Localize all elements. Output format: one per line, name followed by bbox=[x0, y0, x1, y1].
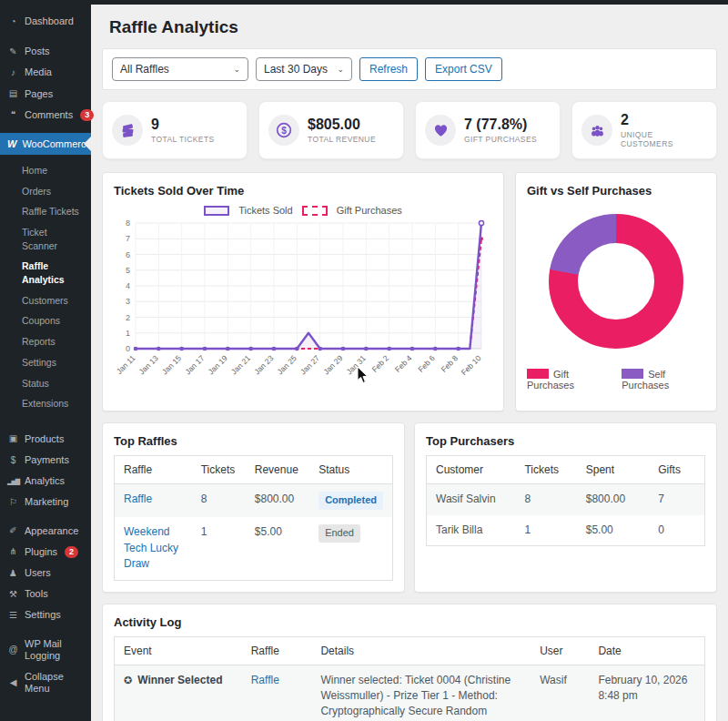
sidebar-item[interactable]: ◀ Collapse Menu bbox=[0, 666, 91, 699]
status-badge: Completed bbox=[318, 492, 383, 510]
sidebar-item[interactable]: ♪ Media bbox=[0, 62, 91, 83]
submenu-item[interactable]: Reports bbox=[0, 331, 91, 352]
sidebar-item[interactable]: ▤ Pages bbox=[0, 84, 91, 105]
svg-text:Jan 15: Jan 15 bbox=[160, 354, 183, 377]
submenu-item[interactable]: Raffle Tickets bbox=[0, 201, 91, 222]
submenu-item[interactable]: Settings bbox=[0, 352, 91, 373]
admin-top-bar bbox=[0, 0, 728, 5]
gift-vs-self-card: Gift vs Self Purchases Gift Purchases Se… bbox=[515, 172, 717, 411]
svg-text:4: 4 bbox=[126, 281, 130, 290]
pages-icon: ▤ bbox=[7, 88, 19, 99]
export-csv-button[interactable]: Export CSV bbox=[425, 57, 502, 81]
submenu-item[interactable]: Customers bbox=[0, 290, 91, 311]
column-header: Details bbox=[311, 636, 531, 665]
submenu-item[interactable]: Ticket Scanner bbox=[0, 222, 91, 256]
sidebar-item-label: Appearance bbox=[25, 525, 78, 537]
svg-text:Jan 31: Jan 31 bbox=[345, 354, 368, 377]
submenu-item-label: Orders bbox=[22, 186, 51, 197]
svg-text:8: 8 bbox=[126, 218, 130, 228]
customer-cell: Wasif Salvin bbox=[427, 484, 516, 515]
column-header: Tickets bbox=[192, 456, 246, 484]
svg-text:0: 0 bbox=[126, 344, 130, 353]
submenu-item[interactable]: Extensions bbox=[0, 393, 91, 414]
raffle-link[interactable]: Raffle bbox=[124, 493, 152, 505]
dollar-icon: $ bbox=[268, 115, 299, 146]
activity-log-card: Activity Log Event Raffle Details User D… bbox=[102, 604, 717, 721]
svg-text:2: 2 bbox=[126, 313, 130, 322]
mail-icon: @ bbox=[7, 645, 19, 655]
svg-text:Feb 10: Feb 10 bbox=[460, 354, 483, 378]
charts-row: Tickets Sold Over Time Tickets Sold Gift… bbox=[102, 172, 717, 411]
sidebar-item[interactable]: @ WP Mail Logging bbox=[0, 634, 91, 666]
sidebar-item[interactable]: ◔ Dashboard bbox=[0, 11, 91, 32]
count-badge: 2 bbox=[65, 546, 78, 558]
activity-log-table: Event Raffle Details User Date ✪Winner S… bbox=[114, 636, 705, 721]
sidebar-item-label: WP Mail Logging bbox=[25, 638, 84, 662]
stat-card-total-revenue: $ $805.00 TOTAL REVENUE bbox=[258, 101, 404, 159]
raffle-filter-select[interactable]: All Raffles ⌄ bbox=[112, 57, 248, 81]
submenu-item-label: Raffle Tickets bbox=[22, 206, 79, 217]
sidebar-bottom-group: @ WP Mail Logging ◀ Collapse Menu bbox=[0, 634, 91, 700]
submenu-item[interactable]: Coupons bbox=[0, 310, 91, 331]
sidebar-item[interactable]: ✎ Posts bbox=[0, 41, 91, 62]
chart-title: Gift vs Self Purchases bbox=[527, 184, 705, 198]
submenu-item-label: Coupons bbox=[22, 315, 60, 326]
stat-label: TOTAL TICKETS bbox=[151, 135, 215, 144]
sidebar-item[interactable]: ▂▅▇ Analytics bbox=[0, 471, 91, 492]
submenu-item[interactable]: Home bbox=[0, 160, 91, 181]
sidebar-item[interactable]: ⚐ Marketing bbox=[0, 492, 91, 513]
submenu-item[interactable]: Raffle Analytics bbox=[0, 256, 91, 289]
media-icon: ♪ bbox=[7, 67, 19, 78]
stat-label: UNIQUE CUSTOMERS bbox=[621, 130, 707, 148]
column-header: Raffle bbox=[242, 636, 312, 665]
stat-label: TOTAL REVENUE bbox=[308, 135, 376, 144]
sidebar-item-label: Products bbox=[25, 433, 64, 445]
column-header: Event bbox=[115, 636, 242, 665]
stat-card-gift-purchases: 7 (77.8%) GIFT PURCHASES bbox=[415, 101, 561, 159]
table-row: Tarik Billa 1 $5.00 0 bbox=[427, 515, 705, 546]
sidebar-item[interactable]: ⋔ Plugins 2 bbox=[0, 542, 91, 563]
chevron-down-icon: ⌄ bbox=[233, 65, 240, 74]
submenu-item-label: Settings bbox=[22, 357, 56, 368]
sidebar-item[interactable]: $ Payments bbox=[0, 450, 91, 471]
svg-text:Jan 23: Jan 23 bbox=[252, 354, 275, 377]
legend-label: Tickets Sold bbox=[238, 205, 293, 216]
tickets-cell: 8 bbox=[192, 484, 246, 517]
tickets-sold-line-chart: 012345678Jan 11Jan 13Jan 15Jan 17Jan 19J… bbox=[114, 218, 492, 400]
sidebar-item[interactable]: ☰ Settings bbox=[0, 604, 91, 625]
svg-text:Jan 17: Jan 17 bbox=[183, 354, 206, 377]
submenu-item-label: Home bbox=[22, 165, 47, 176]
status-badge: Ended bbox=[318, 524, 360, 543]
date-range-select[interactable]: Last 30 Days ⌄ bbox=[256, 57, 352, 81]
raffle-link[interactable]: Weekend Tech Lucky Draw bbox=[124, 525, 178, 570]
marketing-icon: ⚐ bbox=[7, 497, 19, 508]
svg-text:Jan 25: Jan 25 bbox=[276, 354, 298, 377]
user-cell: Wasif bbox=[531, 665, 589, 721]
raffle-link[interactable]: Raffle bbox=[251, 674, 279, 686]
sidebar-item[interactable]: ▣ Products bbox=[0, 429, 91, 450]
appearance-icon: ✐ bbox=[7, 525, 19, 536]
column-header: Revenue bbox=[246, 456, 309, 484]
stat-value: $805.00 bbox=[308, 117, 376, 133]
svg-text:6: 6 bbox=[126, 250, 130, 259]
sidebar-item[interactable]: ♟ Users bbox=[0, 563, 91, 584]
sidebar-item-label: Plugins bbox=[25, 546, 57, 558]
filter-bar: All Raffles ⌄ Last 30 Days ⌄ Refresh Exp… bbox=[102, 48, 717, 90]
submenu-item[interactable]: Status bbox=[0, 373, 91, 394]
donut-legend: Gift Purchases Self Purchases bbox=[527, 369, 705, 391]
heart-icon bbox=[425, 115, 456, 146]
submenu-item[interactable]: Orders bbox=[0, 181, 91, 202]
submenu-item-label: Reports bbox=[22, 336, 56, 347]
sidebar-item-woocommerce[interactable]: W WooCommerce bbox=[0, 133, 91, 155]
top-purchasers-table: Customer Tickets Spent Gifts Wasif Salvi… bbox=[426, 455, 705, 546]
svg-text:Feb 4: Feb 4 bbox=[393, 354, 414, 375]
stat-value: 2 bbox=[621, 112, 707, 128]
sidebar-item[interactable]: ✐ Appearance bbox=[0, 521, 91, 542]
column-header: Spent bbox=[577, 456, 650, 484]
stat-value: 9 bbox=[151, 117, 215, 133]
refresh-button[interactable]: Refresh bbox=[359, 57, 418, 81]
sidebar-item[interactable]: ⚒ Tools bbox=[0, 584, 91, 604]
table-title: Top Purchasers bbox=[426, 434, 705, 448]
svg-text:$: $ bbox=[281, 126, 287, 136]
sidebar-item[interactable]: ❝ Comments 3 bbox=[0, 105, 91, 126]
